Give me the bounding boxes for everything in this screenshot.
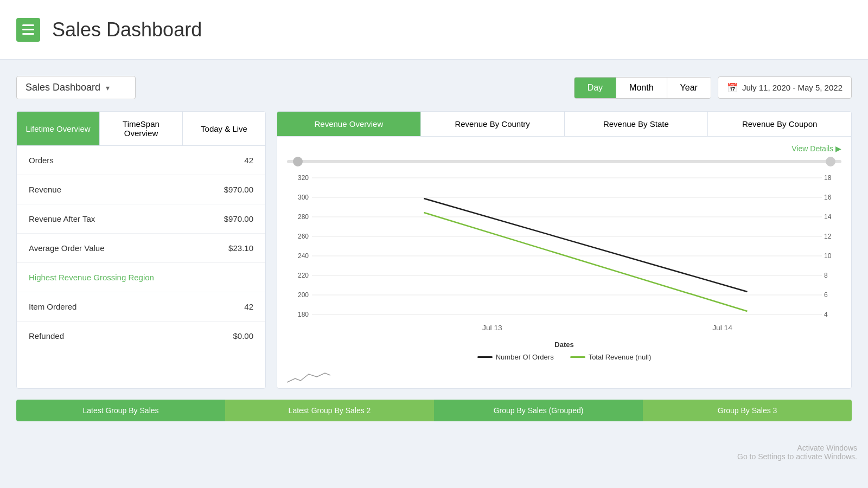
metric-label-item-ordered: Item Ordered [29,302,76,311]
metric-row-orders: Orders 42 [17,146,265,175]
metric-row-avg-order: Average Order Value $23.10 [17,234,265,263]
svg-text:14: 14 [824,213,832,221]
legend-orders: Number Of Orders [477,353,554,361]
metric-value-avg-order: $23.10 [228,243,253,253]
date-range-picker[interactable]: 📅 July 11, 2020 - May 5, 2022 [718,76,852,99]
y-axis-left: 320 300 280 260 240 220 200 180 [287,170,312,338]
metric-row-item-ordered: Item Ordered 42 [17,292,265,322]
svg-text:260: 260 [298,233,309,240]
slider-track [287,160,841,163]
legend-line-revenue [570,356,585,358]
tab-revenue-by-state[interactable]: Revenue By State [565,112,709,136]
svg-text:6: 6 [824,291,828,299]
metric-value-refunded: $0.00 [233,331,253,341]
metric-value-revenue: $970.00 [224,185,253,194]
legend-revenue: Total Revenue (null) [570,353,652,361]
chart-area: View Details ▶ 320 300 280 260 240 [277,137,851,367]
svg-text:8: 8 [824,272,828,279]
slider-handle-right[interactable] [826,157,835,166]
charts-tabs: Revenue Overview Revenue By Country Reve… [277,112,851,137]
main-chart-svg: Jul 13 Jul 14 [312,170,822,338]
menu-button[interactable] [16,18,40,42]
y-axis-right: 18 16 14 12 10 8 6 4 [822,170,841,338]
header-bar: Sales Dashboard [0,0,868,60]
tab-lifetime-overview[interactable]: Lifetime Overview [17,112,100,145]
period-buttons: Day Month Year [574,77,711,99]
metrics-tabs: Lifetime Overview TimeSpan Overview Toda… [17,112,265,146]
mini-chart-area [277,367,851,388]
svg-text:18: 18 [824,174,832,182]
legend-line-orders [477,356,493,358]
view-details-link[interactable]: View Details ▶ [287,144,841,153]
mini-chart-icon [287,369,330,385]
metric-value-orders: 42 [244,156,253,165]
metric-row-revenue: Revenue $970.00 [17,175,265,204]
tab-revenue-by-country[interactable]: Revenue By Country [421,112,565,136]
metrics-list: Orders 42 Revenue $970.00 Revenue After … [17,146,265,350]
legend-label-orders: Number Of Orders [496,353,554,361]
metric-label-highest-region[interactable]: Highest Revenue Grossing Region [29,273,154,282]
bottom-btn-1[interactable]: Latest Group By Sales [16,400,225,421]
period-day-button[interactable]: Day [575,78,616,98]
bottom-btn-3[interactable]: Group By Sales (Grouped) [434,400,643,421]
svg-text:4: 4 [824,311,828,318]
charts-panel: Revenue Overview Revenue By Country Reve… [277,111,852,389]
svg-line-16 [424,198,747,292]
tab-revenue-overview[interactable]: Revenue Overview [277,112,421,136]
metric-value-item-ordered: 42 [244,302,253,311]
svg-text:320: 320 [298,174,309,182]
metric-row-refunded: Refunded $0.00 [17,322,265,350]
period-year-button[interactable]: Year [667,78,711,98]
metric-row-highest-region: Highest Revenue Grossing Region [17,263,265,292]
metric-label-refunded: Refunded [29,331,64,341]
date-range-label: July 11, 2020 - May 5, 2022 [742,83,843,92]
tab-today-live[interactable]: Today & Live [183,112,265,145]
svg-text:220: 220 [298,272,309,279]
svg-text:180: 180 [298,311,309,318]
svg-text:240: 240 [298,252,309,260]
dashboard-grid: Lifetime Overview TimeSpan Overview Toda… [16,111,852,389]
tab-revenue-by-coupon[interactable]: Revenue By Coupon [708,112,851,136]
svg-text:280: 280 [298,213,309,221]
metric-label-revenue: Revenue [29,185,61,194]
filter-bar: Sales Dashboard ▾ Day Month Year 📅 July … [16,76,852,99]
chevron-down-icon: ▾ [106,84,110,92]
page-title: Sales Dashboard [52,18,202,41]
metric-label-revenue-after-tax: Revenue After Tax [29,214,95,223]
svg-text:Jul 13: Jul 13 [482,324,502,332]
metric-label-avg-order: Average Order Value [29,243,105,253]
bottom-bar: Latest Group By Sales Latest Group By Sa… [16,400,852,421]
bottom-btn-4[interactable]: Group By Sales 3 [643,400,852,421]
svg-text:200: 200 [298,291,309,299]
slider-handle-left[interactable] [293,157,303,166]
bottom-btn-2[interactable]: Latest Group By Sales 2 [225,400,434,421]
tab-timespan-overview[interactable]: TimeSpan Overview [100,112,183,145]
dashboard-selector[interactable]: Sales Dashboard ▾ [16,76,136,99]
x-axis-label: Dates [287,341,841,349]
metric-row-revenue-after-tax: Revenue After Tax $970.00 [17,204,265,234]
metrics-panel: Lifetime Overview TimeSpan Overview Toda… [16,111,266,389]
range-slider[interactable] [287,156,841,167]
period-month-button[interactable]: Month [616,78,667,98]
svg-line-17 [424,213,747,311]
svg-text:300: 300 [298,194,309,201]
calendar-icon: 📅 [727,82,738,93]
svg-text:Jul 14: Jul 14 [712,324,732,332]
chart-legend: Number Of Orders Total Revenue (null) [287,353,841,361]
metric-label-orders: Orders [29,156,54,165]
svg-text:10: 10 [824,252,832,260]
metric-value-revenue-after-tax: $970.00 [224,214,253,223]
dashboard-selector-label: Sales Dashboard [25,82,100,93]
svg-text:12: 12 [824,233,832,240]
legend-label-revenue: Total Revenue (null) [589,353,652,361]
main-content: Sales Dashboard ▾ Day Month Year 📅 July … [0,60,868,432]
chart-wrapper: 320 300 280 260 240 220 200 180 [287,170,841,338]
svg-text:16: 16 [824,194,832,201]
